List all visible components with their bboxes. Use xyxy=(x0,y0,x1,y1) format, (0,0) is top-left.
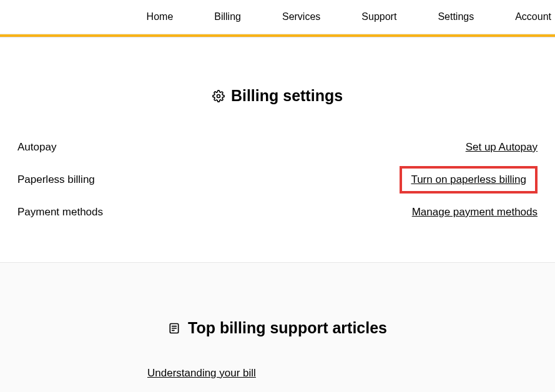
top-nav: Home Billing Services Support Settings A… xyxy=(0,0,555,34)
billing-settings-section: Billing settings Autopay Set up Autopay … xyxy=(0,38,555,262)
nav-support[interactable]: Support xyxy=(361,11,396,22)
turn-on-paperless-link[interactable]: Turn on paperless billing xyxy=(411,174,526,185)
nav-services[interactable]: Services xyxy=(282,11,320,22)
support-articles-title: Top billing support articles xyxy=(17,319,538,337)
setting-label-paperless: Paperless billing xyxy=(17,174,95,186)
setup-autopay-link[interactable]: Set up Autopay xyxy=(466,141,538,154)
setting-label-payment-methods: Payment methods xyxy=(17,206,103,218)
manage-payment-methods-link[interactable]: Manage payment methods xyxy=(412,206,538,218)
support-articles-heading: Top billing support articles xyxy=(188,319,387,337)
setting-row-payment-methods: Payment methods Manage payment methods xyxy=(17,200,538,225)
article-icon xyxy=(168,322,180,335)
highlight-box: Turn on paperless billing xyxy=(400,166,538,194)
nav-settings[interactable]: Settings xyxy=(438,11,474,22)
setting-row-autopay: Autopay Set up Autopay xyxy=(17,135,538,160)
understanding-your-bill-link[interactable]: Understanding your bill xyxy=(147,367,538,380)
setting-label-autopay: Autopay xyxy=(17,141,56,154)
gear-icon xyxy=(212,90,225,102)
billing-settings-heading: Billing settings xyxy=(231,87,343,105)
support-articles-section: Top billing support articles Understandi… xyxy=(0,262,555,392)
svg-point-0 xyxy=(217,94,220,97)
setting-row-paperless: Paperless billing Turn on paperless bill… xyxy=(17,160,538,200)
billing-settings-title: Billing settings xyxy=(17,87,538,105)
nav-home[interactable]: Home xyxy=(147,11,174,22)
nav-account[interactable]: Account xyxy=(515,11,551,22)
nav-billing[interactable]: Billing xyxy=(214,11,241,22)
